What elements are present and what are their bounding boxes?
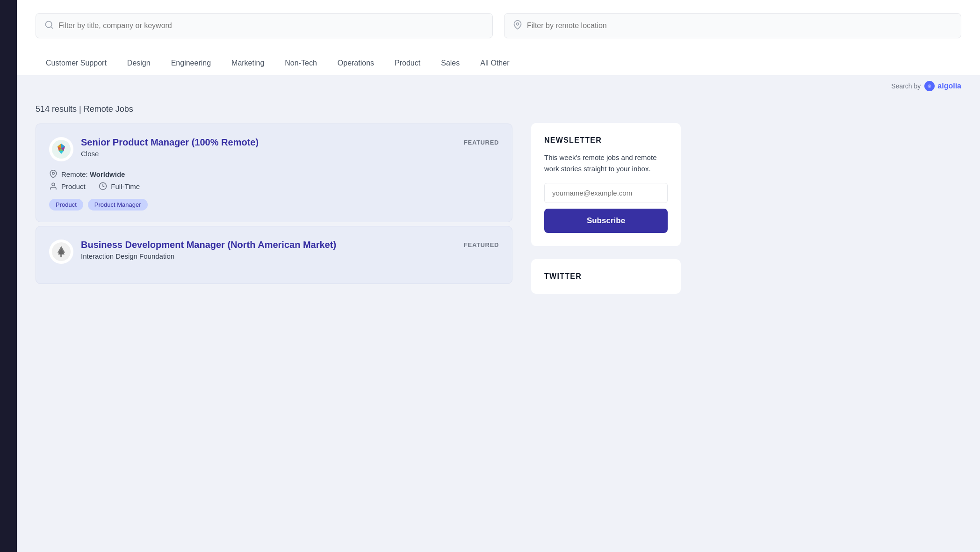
left-sidebar — [0, 0, 17, 552]
tag-product-manager[interactable]: Product Manager — [88, 199, 148, 211]
search-by-row: Search by algolia — [17, 75, 980, 91]
category-marketing[interactable]: Marketing — [221, 51, 274, 75]
category-operations[interactable]: Operations — [327, 51, 384, 75]
search-icon — [44, 20, 54, 31]
newsletter-title: NEWSLETTER — [544, 136, 668, 145]
newsletter-email-input[interactable] — [544, 183, 668, 203]
job-card-1: Senior Product Manager (100% Remote) Clo… — [36, 123, 512, 222]
svg-rect-12 — [60, 254, 62, 257]
category-design[interactable]: Design — [117, 51, 161, 75]
job-card-header-2: Business Development Manager (North Amer… — [49, 240, 499, 264]
category-non-tech[interactable]: Non-Tech — [274, 51, 327, 75]
category-engineering[interactable]: Engineering — [161, 51, 221, 75]
job-tags-1: Product Product Manager — [49, 199, 499, 211]
job-location-row-1: Remote: Worldwide — [49, 170, 499, 178]
svg-line-1 — [51, 27, 53, 29]
job-title-company-1: Senior Product Manager (100% Remote) Clo… — [81, 137, 259, 158]
category-product[interactable]: Product — [384, 51, 431, 75]
jobtype-icon-1 — [99, 182, 107, 190]
featured-badge-1: FEATURED — [464, 137, 499, 146]
job-logo-title-1: Senior Product Manager (100% Remote) Clo… — [49, 137, 259, 161]
location-detail-icon-1 — [49, 170, 58, 178]
main-wrapper: Customer Support Design Engineering Mark… — [17, 0, 980, 552]
category-all-other[interactable]: All Other — [470, 51, 519, 75]
newsletter-section: NEWSLETTER This week's remote jobs and r… — [531, 123, 681, 246]
location-search-input[interactable] — [527, 22, 952, 30]
job-type-1: Full-Time — [111, 182, 140, 190]
company-logo-2 — [49, 240, 73, 264]
category-nav: Customer Support Design Engineering Mark… — [36, 51, 961, 75]
svg-point-2 — [517, 23, 519, 25]
job-title-company-2: Business Development Manager (North Amer… — [81, 240, 336, 260]
sidebar-right: NEWSLETTER This week's remote jobs and r… — [531, 99, 681, 294]
location-icon — [513, 20, 522, 31]
job-category-1: Product — [61, 182, 86, 190]
subscribe-button[interactable]: Subscribe — [544, 209, 668, 233]
svg-point-7 — [52, 183, 55, 186]
title-search-box — [36, 13, 493, 38]
job-card-2: Business Development Manager (North Amer… — [36, 226, 512, 284]
twitter-section: TWITTER — [531, 259, 681, 294]
job-card-header-1: Senior Product Manager (100% Remote) Clo… — [49, 137, 499, 161]
job-details-1: Remote: Worldwide Product — [49, 170, 499, 190]
title-search-input[interactable] — [58, 22, 484, 30]
newsletter-desc: This week's remote jobs and remote work … — [544, 152, 668, 174]
content-area: 514 results | Remote Jobs — [17, 91, 699, 312]
svg-point-6 — [52, 172, 55, 174]
category-sales[interactable]: Sales — [431, 51, 470, 75]
company-logo-1 — [49, 137, 73, 161]
category-customer-support[interactable]: Customer Support — [36, 51, 117, 75]
jobs-column: 514 results | Remote Jobs — [36, 99, 512, 294]
company-name-2: Interaction Design Foundation — [81, 252, 336, 260]
search-by-label: Search by — [891, 82, 921, 90]
algolia-label: algolia — [937, 82, 961, 90]
algolia-link[interactable]: algolia — [924, 81, 961, 91]
twitter-title: TWITTER — [544, 272, 668, 281]
job-category-row-1: Product Full-Time — [49, 182, 499, 190]
company-name-1: Close — [81, 150, 259, 158]
svg-point-4 — [929, 86, 930, 87]
job-title-1[interactable]: Senior Product Manager (100% Remote) — [81, 137, 259, 148]
tag-product[interactable]: Product — [49, 199, 83, 211]
remote-label-1: Remote: Worldwide — [61, 170, 125, 178]
location-search-box — [504, 13, 961, 38]
featured-badge-2: FEATURED — [464, 240, 499, 248]
algolia-icon — [924, 81, 935, 91]
results-count: 514 results | Remote Jobs — [36, 104, 512, 114]
search-section: Customer Support Design Engineering Mark… — [17, 0, 980, 75]
job-logo-title-2: Business Development Manager (North Amer… — [49, 240, 336, 264]
category-icon-1 — [49, 182, 58, 190]
search-row — [36, 13, 961, 38]
job-title-2[interactable]: Business Development Manager (North Amer… — [81, 240, 336, 250]
